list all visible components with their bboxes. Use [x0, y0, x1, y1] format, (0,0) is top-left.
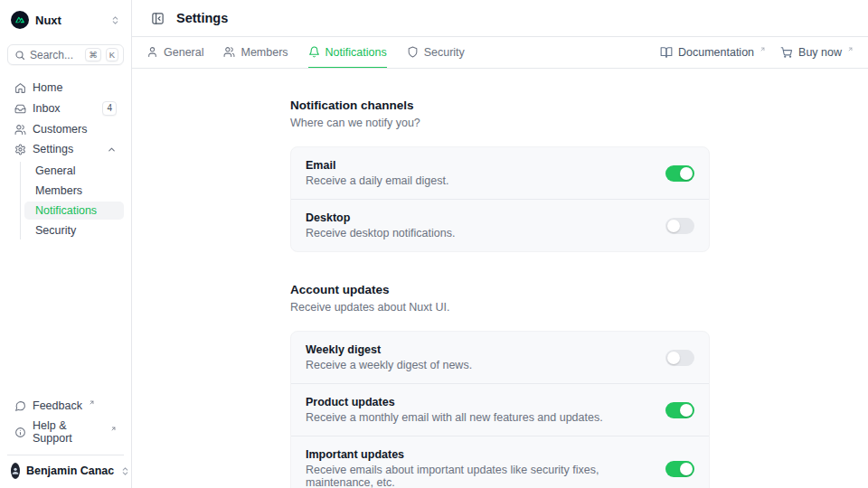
chevron-up-down-icon	[110, 15, 120, 25]
tab-general[interactable]: General	[146, 37, 203, 68]
search-field[interactable]	[30, 49, 80, 61]
sidebar-item-settings[interactable]: Settings	[7, 140, 124, 158]
workspace-name: Nuxt	[35, 14, 61, 27]
external-link-icon	[760, 46, 766, 52]
setting-row-desktop: Desktop Receive desktop notifications.	[291, 199, 709, 251]
user-menu[interactable]: Benjamin Canac	[7, 455, 124, 481]
setting-row-important-updates: Important updates Receive emails about i…	[291, 436, 709, 488]
section-title: Notification channels	[290, 99, 710, 112]
cart-icon	[780, 46, 793, 59]
chevron-up-down-icon	[120, 466, 130, 476]
setting-description: Receive desktop notifications.	[306, 227, 651, 239]
external-link-icon	[110, 426, 117, 432]
footer-link-label: Help & Support	[33, 419, 104, 445]
setting-description: Receive a daily email digest.	[306, 174, 651, 187]
email-toggle[interactable]	[665, 165, 694, 182]
search-icon	[14, 50, 25, 61]
setting-row-email: Email Receive a daily email digest.	[291, 147, 709, 199]
tab-notifications[interactable]: Notifications	[308, 37, 387, 68]
users-icon	[223, 46, 235, 58]
feedback-link[interactable]: Feedback	[7, 397, 124, 415]
setting-label: Email	[306, 159, 651, 172]
sidebar-item-inbox[interactable]: Inbox 4	[7, 99, 124, 118]
sidebar-item-customers[interactable]: Customers	[7, 120, 124, 138]
tabbar-actions: Documentation Buy now	[660, 37, 854, 68]
tab-label: Notifications	[326, 46, 387, 59]
settings-sub-nav: General Members Notifications Security	[20, 162, 124, 239]
footer-link-label: Feedback	[33, 399, 82, 412]
external-link-icon	[847, 46, 854, 52]
search-input[interactable]: ⌘ K	[7, 44, 124, 65]
desktop-toggle[interactable]	[665, 218, 694, 234]
sidebar-item-label: Customers	[33, 123, 87, 136]
section-description: Where can we notify you?	[290, 117, 710, 129]
person-icon	[146, 46, 158, 58]
avatar	[11, 463, 20, 479]
tab-label: Security	[424, 46, 465, 59]
setting-description: Receive emails about important updates l…	[306, 464, 651, 488]
info-icon	[14, 427, 26, 438]
sidebar-item-general[interactable]: General	[24, 162, 124, 180]
workspace-switcher[interactable]: Nuxt	[7, 9, 124, 31]
sidebar-footer: Feedback Help & Support Benjamin Canac	[7, 397, 124, 481]
nuxt-logo-icon	[11, 11, 29, 29]
settings-content: Notification channels Where can we notif…	[132, 69, 868, 488]
tab-security[interactable]: Security	[407, 37, 465, 68]
panel-left-close-icon	[151, 12, 165, 25]
sidebar-item-label: Home	[33, 81, 62, 94]
collapse-sidebar-button[interactable]	[146, 7, 168, 29]
documentation-button[interactable]: Documentation	[660, 46, 766, 59]
tab-label: Members	[241, 46, 288, 59]
main-area: Settings General Members Notifications S…	[132, 0, 868, 488]
inbox-icon	[14, 103, 26, 115]
users-icon	[14, 124, 26, 136]
action-label: Documentation	[678, 46, 754, 59]
bell-icon	[308, 46, 320, 58]
home-icon	[14, 82, 26, 94]
kbd-k: K	[106, 48, 118, 61]
book-icon	[660, 46, 673, 59]
buy-now-button[interactable]: Buy now	[780, 46, 854, 59]
setting-label: Weekly digest	[306, 343, 651, 356]
setting-description: Receive a monthly email with all new fea…	[306, 411, 651, 424]
setting-row-weekly-digest: Weekly digest Receive a weekly digest of…	[291, 332, 709, 383]
shield-icon	[407, 46, 419, 58]
sidebar-item-members[interactable]: Members	[24, 182, 124, 200]
account-updates-card: Weekly digest Receive a weekly digest of…	[290, 331, 710, 488]
notification-channels-section: Notification channels Where can we notif…	[290, 99, 710, 252]
page-header: Settings	[132, 0, 868, 37]
tabbar: General Members Notifications Security D…	[132, 37, 868, 69]
sidebar-item-notifications[interactable]: Notifications	[24, 202, 124, 220]
setting-label: Desktop	[306, 211, 651, 224]
kbd-cmd: ⌘	[85, 48, 101, 61]
sidebar-item-security[interactable]: Security	[24, 221, 124, 239]
gear-icon	[14, 144, 26, 155]
setting-label: Important updates	[306, 448, 651, 461]
chevron-up-icon	[107, 145, 117, 155]
setting-label: Product updates	[306, 396, 651, 408]
account-updates-section: Account updates Receive updates about Nu…	[290, 283, 710, 488]
setting-row-product-updates: Product updates Receive a monthly email …	[291, 383, 709, 436]
speech-bubble-icon	[14, 400, 26, 412]
section-title: Account updates	[290, 283, 710, 296]
help-support-link[interactable]: Help & Support	[7, 417, 124, 447]
notification-channels-card: Email Receive a daily email digest. Desk…	[290, 146, 710, 252]
sidebar-item-label: Settings	[33, 143, 73, 155]
action-label: Buy now	[798, 46, 842, 59]
tab-members[interactable]: Members	[223, 37, 288, 68]
important-updates-toggle[interactable]	[665, 461, 694, 477]
sidebar-nav: Home Inbox 4 Customers Settings General …	[7, 79, 124, 241]
external-link-icon	[89, 399, 95, 406]
setting-description: Receive a weekly digest of news.	[306, 359, 651, 371]
sidebar: Nuxt ⌘ K Home Inbox 4 Customers Settings	[0, 0, 132, 488]
sidebar-item-label: Inbox	[33, 102, 61, 115]
weekly-digest-toggle[interactable]	[665, 350, 694, 366]
user-name: Benjamin Canac	[26, 465, 114, 477]
product-updates-toggle[interactable]	[665, 402, 694, 418]
page-title: Settings	[176, 11, 228, 25]
inbox-count-badge: 4	[102, 101, 117, 116]
tab-label: General	[164, 46, 203, 59]
sidebar-item-home[interactable]: Home	[7, 79, 124, 97]
settings-tabs: General Members Notifications Security	[146, 37, 465, 68]
section-description: Receive updates about Nuxt UI.	[290, 301, 710, 314]
